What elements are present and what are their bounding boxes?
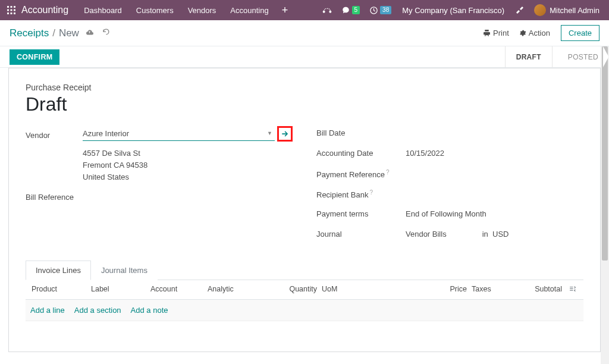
form-columns: Vendor ▼ 4557 De Silva St Fremont CA 945…	[26, 126, 583, 247]
billref-label: Bill Reference	[26, 190, 83, 202]
add-menu-icon[interactable]: +	[276, 4, 294, 17]
vendor-open-link-button[interactable]	[277, 126, 293, 142]
field-bill-date: Bill Date	[316, 126, 583, 140]
col-taxes[interactable]: Taxes	[469, 285, 505, 294]
svg-rect-1	[11, 6, 12, 8]
billref-value[interactable]	[83, 190, 293, 193]
nav-accounting[interactable]: Accounting	[223, 6, 275, 15]
scrollbar[interactable]	[601, 46, 609, 364]
payterms-label: Payment terms	[316, 207, 406, 218]
col-label[interactable]: Label	[89, 285, 148, 294]
breadcrumb-sep: /	[52, 27, 55, 39]
form-col-left: Vendor ▼ 4557 De Silva St Fremont CA 945…	[26, 126, 293, 247]
activities-badge: 38	[380, 6, 391, 14]
add-section-link[interactable]: Add a section	[74, 306, 121, 315]
col-uom[interactable]: UoM	[319, 285, 355, 294]
nav-vendors[interactable]: Vendors	[181, 6, 224, 15]
breadcrumb-root[interactable]: Receipts	[10, 27, 49, 39]
action-button[interactable]: Action	[514, 26, 555, 40]
svg-rect-6	[7, 12, 9, 14]
svg-rect-5	[14, 10, 15, 11]
nav-customers[interactable]: Customers	[129, 6, 181, 15]
svg-rect-2	[14, 6, 15, 8]
sheet-wrap: Purchase Receipt Draft Vendor ▼ 4557 De …	[0, 68, 609, 364]
confirm-button[interactable]: CONFIRM	[10, 49, 59, 65]
action-button-label: Action	[529, 29, 550, 37]
messages-badge: 5	[352, 6, 360, 14]
print-button-label: Print	[493, 29, 509, 37]
add-note-link[interactable]: Add a note	[131, 306, 168, 315]
form-sheet: Purchase Receipt Draft Vendor ▼ 4557 De …	[8, 68, 601, 352]
scrollbar-thumb[interactable]	[602, 46, 608, 261]
status-step-draft[interactable]: DRAFT	[506, 46, 552, 67]
form-col-right: Bill Date Accounting Date 10/15/2022 Pay…	[316, 126, 583, 247]
lines-empty-row	[26, 321, 583, 342]
print-button[interactable]: Print	[478, 26, 514, 40]
help-icon[interactable]: ?	[386, 169, 390, 175]
help-icon[interactable]: ?	[369, 189, 373, 196]
avatar-icon	[534, 4, 546, 16]
col-product[interactable]: Product	[29, 285, 89, 294]
svg-rect-8	[14, 12, 15, 14]
svg-rect-3	[7, 10, 9, 11]
breadcrumb: Receipts / New	[10, 27, 112, 39]
brand-label[interactable]: Accounting	[18, 5, 77, 15]
vendor-address: 4557 De Silva St Fremont CA 94538 United…	[83, 148, 293, 183]
svg-point-9	[323, 11, 325, 12]
columns-config-icon[interactable]	[564, 285, 580, 294]
apps-icon[interactable]	[5, 6, 18, 14]
col-price[interactable]: Price	[355, 285, 469, 294]
svg-rect-4	[11, 10, 12, 11]
payref-label: Payment Reference?	[316, 167, 406, 179]
arrow-right-icon	[281, 130, 289, 138]
journal-value[interactable]: Vendor Bills in USD	[406, 227, 583, 239]
recipbank-value[interactable]	[406, 187, 583, 189]
col-subtotal[interactable]: Subtotal	[505, 285, 564, 294]
journal-label: Journal	[316, 227, 406, 239]
recipbank-label: Recipient Bank?	[316, 187, 406, 199]
journal-in: in	[482, 230, 488, 239]
vendor-addr-line1: 4557 De Silva St	[83, 148, 293, 159]
create-button[interactable]: Create	[561, 25, 599, 41]
print-icon	[483, 29, 491, 37]
field-vendor: Vendor ▼	[26, 126, 293, 142]
user-menu[interactable]: Mitchell Admin	[529, 4, 604, 16]
save-cloud-icon[interactable]	[83, 29, 96, 37]
vendor-label: Vendor	[26, 128, 83, 140]
gear-icon	[519, 29, 526, 37]
nav-dashboard[interactable]: Dashboard	[77, 6, 129, 15]
col-quantity[interactable]: Quantity	[277, 285, 319, 294]
field-bill-reference: Bill Reference	[26, 190, 293, 205]
acctdate-value[interactable]: 10/15/2022	[406, 146, 583, 158]
shortcut-icon[interactable]	[318, 6, 337, 14]
vendor-input[interactable]	[83, 127, 275, 141]
journal-currency: USD	[492, 230, 508, 239]
tab-invoice-lines[interactable]: Invoice Lines	[26, 261, 91, 280]
vendor-addr-line2: Fremont CA 94538	[83, 159, 293, 171]
activities-icon[interactable]: 38	[365, 6, 396, 15]
payterms-value[interactable]: End of Following Month	[406, 207, 583, 218]
table-header: Product Label Account Analytic Quantity …	[26, 280, 583, 300]
journal-name: Vendor Bills	[406, 230, 447, 239]
billdate-label: Bill Date	[316, 126, 406, 137]
field-journal: Journal Vendor Bills in USD	[316, 227, 583, 241]
svg-point-10	[329, 11, 331, 12]
col-account[interactable]: Account	[148, 285, 205, 294]
svg-rect-0	[7, 6, 9, 8]
vendor-input-wrap: ▼	[83, 127, 275, 141]
col-analytic[interactable]: Analytic	[205, 285, 277, 294]
top-nav: Accounting Dashboard Customers Vendors A…	[0, 0, 609, 20]
discard-icon[interactable]	[100, 29, 112, 38]
payref-value[interactable]	[406, 167, 583, 169]
doc-type-label: Purchase Receipt	[26, 83, 583, 92]
tabs: Invoice Lines Journal Items	[26, 261, 583, 280]
tools-icon[interactable]	[510, 5, 529, 15]
billdate-value[interactable]	[406, 126, 583, 128]
tab-journal-items[interactable]: Journal Items	[91, 261, 158, 280]
breadcrumb-current: New	[59, 27, 79, 39]
field-accounting-date: Accounting Date 10/15/2022	[316, 146, 583, 161]
svg-rect-7	[11, 12, 12, 14]
messages-icon[interactable]: 5	[337, 6, 365, 14]
add-line-link[interactable]: Add a line	[30, 306, 65, 315]
company-switcher[interactable]: My Company (San Francisco)	[396, 6, 510, 15]
